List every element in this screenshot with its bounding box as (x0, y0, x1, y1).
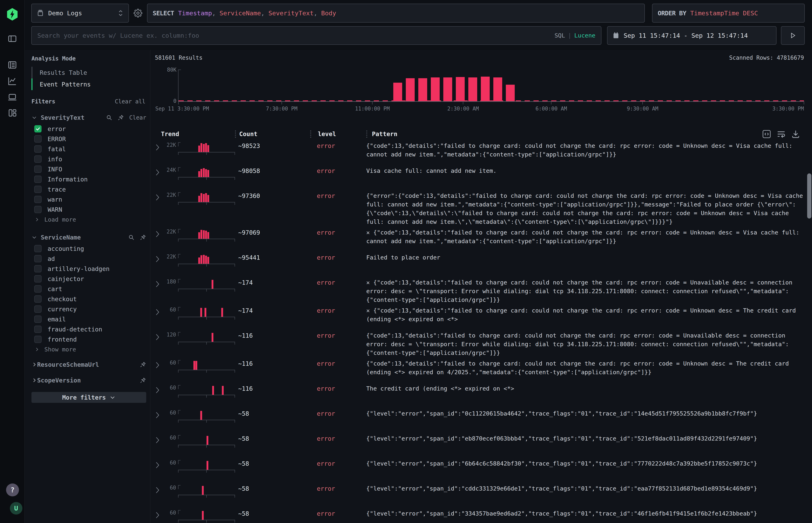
checkbox-unchecked[interactable] (34, 165, 41, 173)
source-select[interactable]: Demo Logs (31, 4, 129, 22)
filter-option-trace[interactable]: trace (32, 184, 146, 194)
filter-group-severitytext[interactable]: SeverityText Clear (32, 113, 146, 122)
search-icon[interactable] (106, 114, 112, 121)
checkbox-unchecked[interactable] (34, 275, 41, 283)
pattern-cell[interactable]: {"level":"error","span_id":"cddc331329e6… (366, 484, 804, 493)
filter-option-cainjector[interactable]: cainjector (32, 274, 146, 284)
filter-option-error[interactable]: error (32, 124, 146, 134)
checkbox-unchecked[interactable] (34, 326, 41, 333)
histogram-bar[interactable] (443, 77, 452, 101)
column-header-count[interactable]: Count (236, 130, 310, 138)
row-expand-chevron[interactable] (155, 192, 161, 201)
clear-all-filters[interactable]: Clear all (115, 98, 145, 105)
view-json-icon[interactable] (762, 129, 771, 139)
analysis-mode-option-results-table[interactable]: Results Table (32, 67, 146, 78)
pattern-row[interactable]: 60~58error{"level":"error","span_id":"eb… (155, 432, 804, 457)
search-mode-sql[interactable]: SQL (554, 32, 565, 39)
pattern-row[interactable]: 180~174error✕ {"code":13,"details":"fail… (155, 276, 804, 304)
pattern-row[interactable]: 60~174error✕ {"code":13,"details":"faile… (155, 304, 804, 329)
pattern-cell[interactable]: Failed to place order (366, 253, 804, 262)
pin-icon[interactable] (140, 234, 146, 240)
checkbox-unchecked[interactable] (34, 265, 41, 272)
pattern-row[interactable]: 60~116errorThe credit card (ending <*> e… (155, 382, 804, 407)
filter-option-accounting[interactable]: accounting (32, 244, 146, 254)
scrollbar-thumb[interactable] (807, 174, 811, 219)
clear-severity-filter[interactable]: Clear (129, 114, 146, 121)
pattern-cell[interactable]: {"code":13,"details":"failed to charge c… (366, 142, 804, 159)
row-expand-chevron[interactable] (155, 434, 161, 444)
checkbox-unchecked[interactable] (34, 145, 41, 152)
severity-load-more[interactable]: Load more (32, 215, 146, 224)
pattern-cell[interactable]: The credit card (ending <*> expired on <… (366, 384, 804, 393)
row-expand-chevron[interactable] (155, 484, 161, 493)
pin-icon[interactable] (118, 114, 124, 121)
checkbox-unchecked[interactable] (34, 135, 41, 143)
checkbox-unchecked[interactable] (34, 255, 41, 262)
search-logs-icon[interactable] (7, 60, 17, 70)
pattern-row[interactable]: 60~58error{"level":"error","span_id":"cd… (155, 482, 804, 507)
service-show-more[interactable]: Show more (32, 344, 146, 355)
filter-option-ERROR[interactable]: ERROR (32, 134, 146, 144)
checkbox-unchecked[interactable] (34, 315, 41, 323)
pin-icon[interactable] (140, 377, 146, 383)
collapse-sidebar-icon[interactable] (7, 34, 17, 43)
row-expand-chevron[interactable] (155, 228, 161, 237)
filter-option-fatal[interactable]: fatal (32, 144, 146, 154)
checkbox-unchecked[interactable] (34, 206, 41, 213)
checkbox-unchecked[interactable] (34, 186, 41, 193)
pattern-cell[interactable]: {"level":"error","span_id":"6b64c6c58842… (366, 459, 804, 468)
search-mode-lucene[interactable]: Lucene (574, 32, 595, 39)
pattern-cell[interactable]: Visa cache full: cannot add new item. (366, 166, 804, 175)
filter-option-artillery-loadgen[interactable]: artillery-loadgen (32, 264, 146, 274)
checkbox-unchecked[interactable] (34, 176, 41, 183)
pattern-cell[interactable]: ✕ {"code":13,"details":"failed to charge… (366, 278, 804, 304)
pattern-row[interactable]: 60~116error{"code":13,"details":"failed … (155, 357, 804, 382)
row-expand-chevron[interactable] (155, 459, 161, 469)
checkbox-unchecked[interactable] (34, 245, 41, 252)
help-button[interactable]: ? (6, 484, 19, 497)
pattern-row[interactable]: 120~116error{"code":13,"details":"failed… (155, 329, 804, 357)
filter-group-servicename[interactable]: ServiceName (32, 233, 146, 241)
sessions-icon[interactable] (7, 92, 17, 102)
avatar[interactable]: U (10, 502, 22, 515)
checkbox-unchecked[interactable] (34, 295, 41, 303)
filter-option-ad[interactable]: ad (32, 254, 146, 264)
dismiss-pattern-icon[interactable]: ✕ (366, 279, 373, 286)
column-header-level[interactable]: level (311, 130, 366, 138)
pattern-cell[interactable]: {"level":"error","span_id":"334357bae9ed… (366, 509, 804, 518)
filter-option-INFO[interactable]: INFO (32, 164, 146, 174)
filter-option-frontend[interactable]: frontend (32, 334, 146, 344)
run-query-button[interactable] (781, 26, 805, 45)
download-icon[interactable] (791, 129, 800, 139)
pattern-cell[interactable]: ✕ {"code":13,"details":"failed to charge… (366, 306, 804, 324)
pattern-cell[interactable]: {"level":"error","span_id":"eb870ecef063… (366, 434, 804, 443)
pin-icon[interactable] (140, 361, 146, 368)
checkbox-checked[interactable] (34, 125, 41, 132)
histogram-bar[interactable] (406, 78, 415, 101)
filter-option-email[interactable]: email (32, 314, 146, 324)
checkbox-unchecked[interactable] (34, 336, 41, 343)
pattern-row[interactable]: 60~58error{"level":"error","span_id":"33… (155, 507, 804, 523)
filter-option-fraud-detection[interactable]: fraud-detection (32, 324, 146, 334)
histogram-bar[interactable] (481, 77, 490, 101)
time-range-picker[interactable]: Sep 11 15:47:14 - Sep 12 15:47:14 (607, 26, 777, 45)
pattern-row[interactable]: 60~58error{"level":"error","span_id":"6b… (155, 457, 804, 482)
column-header-pattern[interactable]: Pattern (367, 130, 397, 138)
pattern-row[interactable]: 22K~97360error{"error":{"code":13,"detai… (155, 190, 804, 226)
row-expand-chevron[interactable] (155, 509, 161, 519)
histogram-bar[interactable] (393, 83, 402, 101)
histogram-bar[interactable] (493, 77, 502, 101)
hyperdx-logo[interactable] (7, 8, 18, 21)
row-expand-chevron[interactable] (155, 384, 161, 394)
text-wrap-icon[interactable] (777, 129, 786, 139)
row-expand-chevron[interactable] (155, 278, 161, 288)
histogram-bar[interactable] (418, 78, 427, 101)
checkbox-unchecked[interactable] (34, 285, 41, 292)
chart-explorer-icon[interactable] (7, 76, 17, 86)
search-input[interactable] (37, 32, 554, 39)
checkbox-unchecked[interactable] (34, 196, 41, 203)
search-icon[interactable] (128, 234, 135, 240)
pattern-row[interactable]: 22K~97069error✕ {"code":13,"details":"fa… (155, 226, 804, 251)
row-expand-chevron[interactable] (155, 409, 161, 418)
histogram-bar[interactable] (431, 77, 440, 101)
